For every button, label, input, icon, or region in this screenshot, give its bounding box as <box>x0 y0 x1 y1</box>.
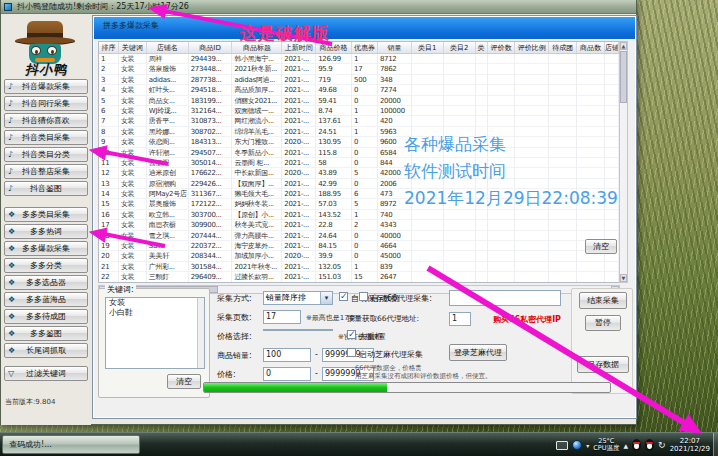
music-note-icon: ♪ <box>8 185 13 193</box>
column-header-3[interactable]: 商品ID <box>189 42 233 53</box>
system-tray: ▾ 25°CCPU温度 ▲ ↻ 22:072021/12/29 <box>556 433 710 456</box>
table-row[interactable]: 19女装Salis220372...海宁皮草外...2021-...84.150… <box>99 241 619 251</box>
table-row[interactable]: 17女装南思衣橱309900...秋冬美式宽...2021-...22.8243… <box>99 220 619 230</box>
sidebar-item-duoduo-8[interactable]: ❖长尾词抓取 <box>4 343 88 358</box>
column-header-10[interactable]: 类目2 <box>444 42 476 53</box>
table-row[interactable]: 3女装adidas...287738...adidas阿迪...2021-...… <box>99 75 619 85</box>
version-label: 当前版本:9.804 <box>5 397 91 407</box>
taskbar: 查码成功!... ▾ 25°CCPU温度 ▲ ↻ 22:072021/12/29 <box>0 432 718 456</box>
tray-expand-small-icon[interactable]: ▾ <box>586 442 589 449</box>
sidebar-item-duoduo-0[interactable]: ❖多多类目采集 <box>4 207 88 222</box>
table-row[interactable]: 7女装唐香平...310873...网红潮流小...2021-...137.61… <box>99 116 619 126</box>
sidebar-item-douyin-4[interactable]: ♪抖音类目分类 <box>4 147 88 162</box>
column-header-0[interactable]: 排序 <box>99 42 119 53</box>
table-row[interactable]: 20女装美美轩208344...加绒加厚小...2020-...39.90450… <box>99 251 619 261</box>
price-min-input[interactable]: 0 <box>263 367 311 381</box>
sidebar-item-duoduo-7[interactable]: ❖多多鉴图 <box>4 326 88 341</box>
taskbar-app-button[interactable]: 查码成功!... <box>2 435 140 454</box>
sidebar-item-douyin-2[interactable]: ♪抖音猜你喜欢 <box>4 113 88 128</box>
sidebar-item-duoduo-1[interactable]: ❖多多热词 <box>4 224 88 239</box>
vscroll-thumb[interactable] <box>620 51 627 103</box>
table-row[interactable]: 1女装周祥294439...韩小黑海宁...2021-...126.991871… <box>99 54 619 64</box>
panel-title: 拼多多爆款采集 <box>103 21 159 30</box>
sidebar: 抖小鸭 ♪抖音爆款采集♪抖音同行采集♪抖音猜你喜欢♪抖音类目采集♪抖音类目分类♪… <box>1 14 91 425</box>
table-row[interactable]: 22女装三顆釘296409...过膝长款羽...2021-...151.0315… <box>99 272 619 282</box>
music-note-icon: ♪ <box>8 168 13 176</box>
zhima-login-button[interactable]: 登录芝麻代理 <box>449 344 507 361</box>
sidebar-item-filter-0[interactable]: ▽过滤关键词 <box>4 366 88 381</box>
sidebar-item-duoduo-4[interactable]: ❖多多选品器 <box>4 275 88 290</box>
column-header-14[interactable]: 待成团 <box>549 42 577 53</box>
proxy66-count-label: 按量获取66代理地址: <box>347 314 419 324</box>
price-range-label: 价格: <box>217 369 236 380</box>
buy-proxy-link[interactable]: 购买66私密代理IP <box>493 314 561 325</box>
show-hidden-icons[interactable]: ▲ <box>623 442 628 449</box>
sidebar-item-douyin-0[interactable]: ♪抖音爆款采集 <box>4 79 88 94</box>
grid-icon: ❖ <box>8 245 15 253</box>
sidebar-item-douyin-6[interactable]: ♪抖音鉴图 <box>4 181 88 196</box>
security-orb-icon[interactable] <box>572 440 582 450</box>
scroll-up-icon[interactable]: ▲ <box>620 42 627 50</box>
column-header-9[interactable]: 类目1 <box>412 42 444 53</box>
music-note-icon: ♪ <box>8 83 13 91</box>
table-row[interactable]: 18女装雪之琪...207444...弹力高腰牛...2021-...24.64… <box>99 231 619 241</box>
keyword-item[interactable]: 小白鞋 <box>106 308 204 318</box>
collect-mode-dropdown[interactable]: 销量降序排 <box>263 291 333 305</box>
table-row[interactable]: 2女装落泉服饰273448...2021秋冬新...2021-...95.917… <box>99 64 619 74</box>
sidebar-item-duoduo-3[interactable]: ❖多多分类 <box>4 258 88 273</box>
column-header-7[interactable]: 优惠券 <box>352 42 378 53</box>
window-title: 抖小鸭登陆成功!剩余时间：25天17小时17分26 <box>17 2 189 11</box>
table-row[interactable]: 6女装WJ玲珑...312164...双面德绒一...2021-...8.741… <box>99 106 619 116</box>
zhima-proxy-checkbox[interactable] <box>347 348 356 357</box>
sidebar-item-duoduo-5[interactable]: ❖多多蓝海品 <box>4 292 88 307</box>
sidebar-buttons: ♪抖音爆款采集♪抖音同行采集♪抖音猜你喜欢♪抖音类目采集♪抖音类目分类♪抖音整店… <box>1 79 91 381</box>
grid-icon: ❖ <box>8 228 15 236</box>
panel-titlebar[interactable]: 拼多多爆款采集 <box>94 17 635 39</box>
proxy66-input[interactable] <box>449 290 561 306</box>
keyword-group-label: 关键词: <box>105 284 136 295</box>
column-header-12[interactable]: 评价数 <box>488 42 516 53</box>
proxy66-count-input[interactable]: 1 <box>449 312 471 326</box>
pages-input[interactable]: 17 <box>263 310 301 324</box>
column-header-8[interactable]: 销量 <box>378 42 412 53</box>
dedupe-checkbox[interactable] <box>347 330 356 339</box>
keyword-list-scrollbar[interactable] <box>197 298 204 368</box>
keyword-item[interactable]: 女装 <box>106 298 204 308</box>
table-row[interactable]: 21女装广州彩...301584...2021年秋冬...2021-...132… <box>99 262 619 272</box>
sales-min-input[interactable]: 100 <box>263 348 311 362</box>
column-header-11[interactable]: 类 <box>476 42 488 53</box>
scroll-down-icon[interactable]: ▼ <box>620 274 627 282</box>
pdd-collect-panel: 拼多多爆款采集 排序关键词店铺名商品ID商品标题上新时间商品价格优惠券销量类目1… <box>92 15 637 419</box>
sidebar-item-douyin-1[interactable]: ♪抖音同行采集 <box>4 96 88 111</box>
column-header-16[interactable]: 店铺ID <box>605 42 619 53</box>
table-row[interactable]: 5女装尚品女...183199...俏丽女2021...2021-...59.4… <box>99 96 619 106</box>
clear-table-button[interactable]: 清空 <box>585 239 617 254</box>
column-header-2[interactable]: 店铺名 <box>147 42 189 53</box>
column-header-15[interactable]: 商品数 <box>577 42 605 53</box>
qq-icon-2[interactable] <box>645 439 654 451</box>
show-desktop-button[interactable] <box>713 433 718 456</box>
save-data-button[interactable]: 保存数据 <box>577 356 629 373</box>
column-header-1[interactable]: 关键词 <box>119 42 147 53</box>
window-titlebar[interactable]: 抖小鸭登陆成功!剩余时间：25天17小时17分26 <box>1 0 636 14</box>
table-vertical-scrollbar[interactable]: ▲ ▼ <box>619 41 628 283</box>
sidebar-item-duoduo-6[interactable]: ❖多多待成团 <box>4 309 88 324</box>
sync-icon[interactable]: ↻ <box>658 440 666 450</box>
pages-label: 采集页数: <box>217 312 252 323</box>
keyword-list[interactable]: 女装小白鞋 <box>105 297 205 369</box>
music-note-icon: ♪ <box>8 151 13 159</box>
column-header-13[interactable]: 评价比例 <box>515 42 549 53</box>
auto-save-checkbox[interactable] <box>339 292 348 301</box>
taskbar-clock[interactable]: 22:072021/12/29 <box>670 437 710 453</box>
qq-icon[interactable] <box>632 439 641 451</box>
pause-button[interactable]: 暂停 <box>585 315 621 331</box>
price-select-dropdown[interactable] <box>263 329 333 331</box>
sidebar-item-douyin-5[interactable]: ♪抖音整店采集 <box>4 164 88 179</box>
clear-keywords-button[interactable]: 清空 <box>167 374 201 389</box>
proxy66-checkbox[interactable] <box>359 292 368 301</box>
sidebar-item-duoduo-2[interactable]: ❖多多爆款采集 <box>4 241 88 256</box>
table-row[interactable]: 4女装虹叶头...294518...高品质加厚...2021-...49.680… <box>99 85 619 95</box>
keyboard-icon[interactable] <box>556 441 568 450</box>
stop-collect-button[interactable]: 结束采集 <box>579 292 627 309</box>
sidebar-item-douyin-3[interactable]: ♪抖音类目采集 <box>4 130 88 145</box>
